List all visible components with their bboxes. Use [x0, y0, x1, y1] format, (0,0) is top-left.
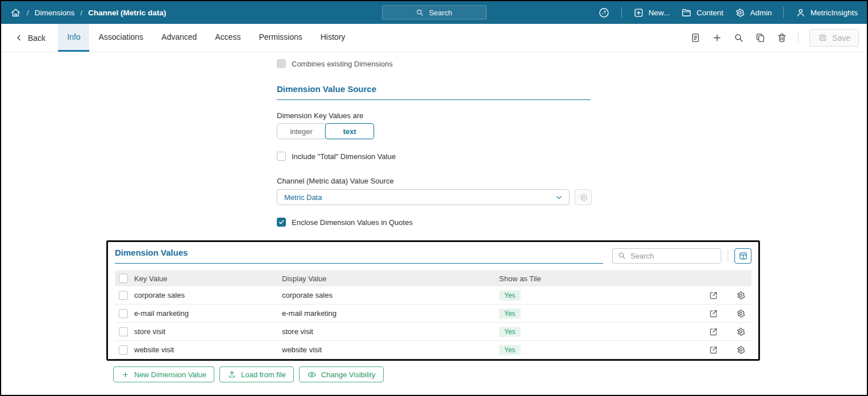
breadcrumb: / Dimensions / Channel (Metric data) [10, 7, 166, 18]
new-menu[interactable]: New... [633, 7, 670, 18]
page-toolbar: Back Info Associations Advanced Access P… [1, 24, 867, 52]
row-settings-icon[interactable] [736, 327, 746, 337]
row-key-value: website visit [134, 345, 282, 354]
col-show-as-tile: Show as Tile [499, 274, 684, 283]
admin-menu[interactable]: Admin [734, 7, 771, 18]
value-source-select[interactable]: Metric Data [277, 189, 570, 205]
col-display-value: Display Value [282, 274, 499, 283]
upload-icon [227, 370, 236, 379]
bottom-actions: New Dimension Value Load from file Chang… [113, 366, 867, 382]
enclose-quotes-checkbox[interactable] [277, 218, 286, 227]
tab-access[interactable]: Access [206, 24, 250, 52]
global-search[interactable]: Search [382, 6, 487, 20]
home-icon[interactable] [10, 7, 21, 18]
row-key-value: e-mail marketing [134, 309, 282, 318]
show-as-tile-badge: Yes [499, 290, 521, 301]
combines-dimensions-label: Combines existing Dimensions [292, 60, 393, 68]
tab-associations[interactable]: Associations [89, 24, 152, 52]
folder-icon [681, 7, 692, 18]
header-divider [783, 7, 784, 18]
key-values-label: Dimension Key Values are [277, 111, 867, 120]
enclose-quotes-label: Enclose Dimension Values in Quotes [292, 218, 413, 227]
table-header: Key Value Display Value Show as Tile [115, 270, 751, 286]
include-total-label: Include "Total" Dimension Value [292, 152, 396, 161]
toolbar-actions: Save [690, 24, 859, 52]
values-search-input[interactable] [630, 252, 716, 260]
table-row: store visit store visit Yes [115, 323, 751, 341]
check-icon [278, 219, 285, 226]
row-key-value: corporate sales [134, 291, 282, 299]
row-display-value: corporate sales [282, 291, 499, 299]
show-as-tile-badge: Yes [499, 345, 521, 355]
save-icon [818, 33, 828, 43]
tab-advanced[interactable]: Advanced [152, 24, 206, 52]
row-display-value: website visit [282, 345, 499, 354]
content-menu-label: Content [696, 9, 723, 17]
row-checkbox[interactable] [119, 291, 128, 300]
table-row: e-mail marketing e-mail marketing Yes [115, 305, 751, 323]
save-button[interactable]: Save [809, 29, 859, 47]
duplicate-icon[interactable] [755, 32, 766, 43]
tab-permissions[interactable]: Permissions [250, 24, 311, 52]
notes-icon[interactable] [690, 32, 701, 43]
row-settings-icon[interactable] [736, 290, 746, 301]
new-menu-label: New... [649, 9, 670, 17]
external-link-icon[interactable] [708, 327, 719, 337]
content-menu[interactable]: Content [681, 7, 723, 18]
row-settings-icon[interactable] [736, 309, 746, 319]
key-type-integer-button[interactable]: integer [277, 123, 326, 139]
search-icon [416, 9, 424, 17]
value-source-row: Metric Data [277, 189, 867, 205]
breadcrumb-dimensions[interactable]: Dimensions [35, 9, 75, 17]
row-checkbox[interactable] [119, 327, 128, 336]
back-button[interactable]: Back [15, 24, 45, 52]
row-settings-icon[interactable] [736, 345, 746, 355]
key-type-text-button[interactable]: text [325, 123, 374, 139]
panel-title-text: Dimension Values [115, 248, 603, 257]
col-key-value: Key Value [134, 274, 282, 283]
enclose-quotes-row: Enclose Dimension Values in Quotes [277, 218, 867, 227]
new-dimension-value-label: New Dimension Value [134, 370, 206, 379]
values-search[interactable] [612, 248, 721, 264]
include-total-row: Include "Total" Dimension Value [277, 152, 867, 161]
external-link-icon[interactable] [708, 309, 719, 319]
breadcrumb-separator: / [27, 9, 29, 17]
load-from-file-label: Load from file [241, 370, 286, 379]
chevron-left-icon [15, 34, 23, 42]
select-all-checkbox[interactable] [119, 274, 128, 283]
trash-icon[interactable] [776, 32, 787, 43]
tab-history[interactable]: History [312, 24, 355, 52]
panel-header: Dimension Values [115, 248, 751, 264]
change-visibility-label: Change Visibility [321, 370, 376, 379]
user-menu[interactable]: MetricInsights [795, 7, 858, 18]
search-icon[interactable] [733, 32, 744, 43]
new-dimension-value-button[interactable]: New Dimension Value [113, 366, 214, 382]
updates-icon[interactable] [598, 7, 610, 19]
app-header: / Dimensions / Channel (Metric data) Sea… [1, 1, 867, 24]
load-from-file-button[interactable]: Load from file [219, 366, 294, 382]
row-checkbox[interactable] [119, 345, 128, 355]
combines-dimensions-checkbox [277, 59, 286, 68]
user-menu-label: MetricInsights [811, 9, 858, 17]
save-label: Save [832, 34, 850, 43]
combines-dimensions-row: Combines existing Dimensions [277, 59, 867, 68]
add-icon[interactable] [712, 32, 722, 43]
gear-icon [734, 7, 745, 18]
row-checkbox[interactable] [119, 309, 128, 318]
key-type-toggle: integer text [277, 123, 867, 139]
row-key-value: store visit [134, 327, 282, 336]
header-nav: New... Content Admin MetricInsights [598, 7, 858, 19]
change-visibility-button[interactable]: Change Visibility [299, 366, 384, 382]
columns-button[interactable] [734, 248, 751, 264]
value-source-selected: Metric Data [284, 193, 555, 202]
breadcrumb-separator: / [80, 9, 82, 17]
source-settings-button [575, 189, 592, 205]
external-link-icon[interactable] [708, 290, 719, 301]
chevron-down-icon [555, 193, 563, 202]
include-total-checkbox[interactable] [277, 152, 286, 161]
tab-info[interactable]: Info [58, 24, 89, 52]
app-window: / Dimensions / Channel (Metric data) Sea… [0, 0, 868, 396]
external-link-icon[interactable] [708, 345, 719, 355]
breadcrumb-current: Channel (Metric data) [88, 9, 166, 17]
main-content: Combines existing Dimensions Dimension V… [1, 52, 867, 382]
